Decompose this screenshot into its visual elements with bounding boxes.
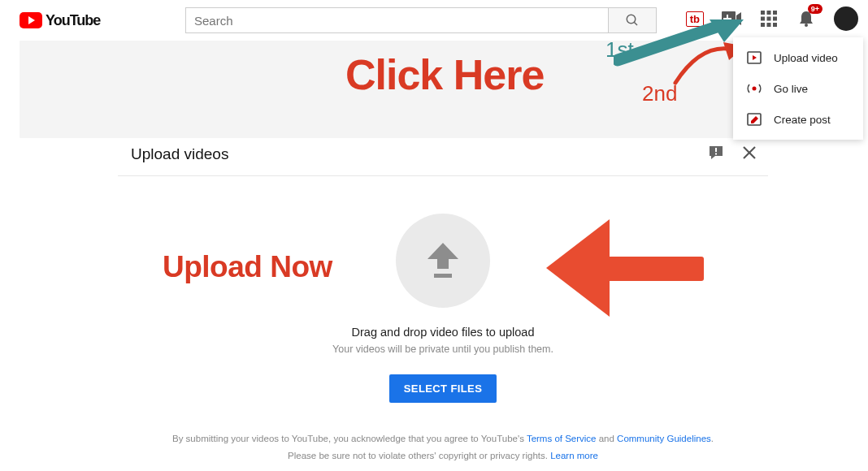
avatar[interactable]	[834, 6, 858, 31]
svg-marker-17	[753, 55, 757, 60]
drag-drop-subtitle: Your videos will be private until you pu…	[332, 344, 553, 355]
svg-rect-13	[767, 23, 771, 27]
svg-rect-9	[761, 17, 765, 21]
youtube-logo[interactable]: YouTube	[20, 12, 100, 29]
menu-item-upload-video[interactable]: Upload video	[733, 42, 863, 73]
menu-item-label: Create post	[774, 114, 831, 126]
svg-line-1	[634, 22, 637, 25]
svg-rect-5	[723, 18, 731, 19]
svg-point-18	[753, 87, 757, 91]
menu-item-go-live[interactable]: Go live	[733, 73, 863, 104]
play-box-icon	[746, 50, 762, 66]
close-button[interactable]	[742, 145, 757, 163]
tos-link[interactable]: Terms of Service	[527, 434, 597, 443]
search-icon	[625, 13, 640, 28]
select-files-button[interactable]: SELECT FILES	[389, 374, 497, 403]
svg-rect-8	[773, 11, 777, 15]
learn-more-link[interactable]: Learn more	[550, 451, 598, 460]
svg-marker-3	[736, 12, 741, 25]
svg-rect-22	[715, 148, 717, 152]
annotation-upload-now: Upload Now	[163, 250, 332, 284]
legal-dot: .	[711, 434, 714, 443]
legal-and: and	[597, 434, 618, 443]
menu-item-label: Go live	[774, 83, 808, 95]
annotation-click-here: Click Here	[345, 50, 544, 99]
dialog-title: Upload videos	[131, 145, 228, 163]
feedback-icon	[708, 145, 724, 161]
create-menu: Upload video Go live Create post	[733, 37, 863, 140]
svg-point-15	[805, 24, 808, 27]
menu-item-create-post[interactable]: Create post	[733, 104, 863, 135]
youtube-logo-text: YouTube	[46, 12, 100, 29]
notification-count-badge: 9+	[808, 4, 822, 14]
community-guidelines-link[interactable]: Community Guidelines	[617, 434, 711, 443]
apps-button[interactable]	[759, 9, 779, 28]
search-button[interactable]	[608, 7, 657, 33]
video-plus-icon	[722, 11, 741, 26]
svg-rect-14	[773, 23, 777, 27]
feedback-button[interactable]	[708, 145, 724, 164]
menu-item-label: Upload video	[774, 52, 838, 64]
dialog-body: Drag and drop video files to upload Your…	[118, 176, 768, 464]
youtube-logo-icon	[20, 12, 42, 28]
drag-drop-title: Drag and drop video files to upload	[352, 326, 535, 339]
live-icon	[746, 80, 762, 97]
grid-icon	[761, 11, 777, 27]
svg-rect-23	[715, 153, 717, 155]
svg-rect-10	[767, 17, 771, 21]
topbar-actions: tb 9+	[686, 6, 858, 31]
dialog-header: Upload videos	[118, 140, 768, 176]
create-button[interactable]	[722, 9, 741, 28]
svg-rect-6	[761, 11, 765, 15]
search-input[interactable]	[185, 7, 608, 33]
annotation-second: 2nd	[642, 81, 677, 106]
topbar: YouTube tb 9+	[0, 0, 868, 41]
upload-dialog: Upload videos Drag and drop video files …	[118, 140, 768, 464]
upload-arrow-icon	[424, 241, 462, 280]
edit-post-icon	[746, 111, 762, 127]
tubebuddy-badge[interactable]: tb	[686, 11, 704, 27]
svg-rect-7	[767, 11, 771, 15]
legal-line2: Please be sure not to violate others' co…	[288, 451, 550, 460]
upload-dropzone[interactable]	[396, 214, 490, 308]
legal-text: By submitting your videos to YouTube, yo…	[172, 430, 714, 464]
svg-point-0	[627, 15, 636, 24]
svg-rect-12	[761, 23, 765, 27]
svg-rect-27	[434, 274, 452, 278]
svg-rect-11	[773, 17, 777, 21]
legal-pre: By submitting your videos to YouTube, yo…	[172, 434, 527, 443]
search-form	[185, 7, 657, 33]
svg-marker-26	[427, 243, 458, 269]
annotation-first: 1st	[605, 37, 634, 63]
notifications-button[interactable]: 9+	[796, 9, 816, 28]
close-icon	[742, 145, 757, 160]
